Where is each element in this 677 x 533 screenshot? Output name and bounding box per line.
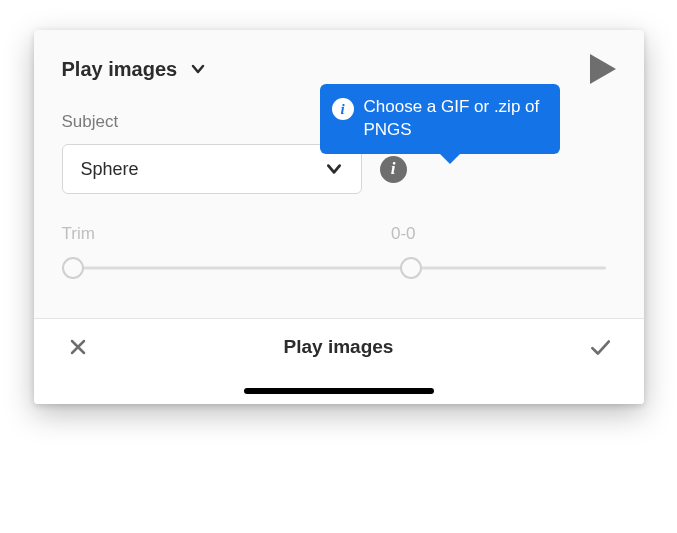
trim-label: Trim xyxy=(62,224,95,244)
panel-title: Play images xyxy=(62,58,178,81)
play-button[interactable] xyxy=(590,54,616,84)
footer-title: Play images xyxy=(284,336,394,358)
trim-range-text: 0-0 xyxy=(391,224,416,244)
subject-info-button[interactable]: i xyxy=(380,156,407,183)
chevron-down-icon xyxy=(325,160,343,178)
tooltip-text: Choose a GIF or .zip of PNGS xyxy=(364,96,544,142)
close-icon xyxy=(68,337,88,357)
title-dropdown[interactable]: Play images xyxy=(62,58,206,81)
slider-thumb-max[interactable] xyxy=(400,257,422,279)
home-indicator[interactable] xyxy=(244,388,434,394)
trim-labels-row: Trim 0-0 xyxy=(62,224,616,244)
slider-track xyxy=(72,267,606,270)
cancel-button[interactable] xyxy=(64,333,92,361)
confirm-button[interactable] xyxy=(586,333,614,361)
panel-content: Play images i Choose a GIF or .zip of PN… xyxy=(34,30,644,318)
footer-bar: Play images xyxy=(34,318,644,374)
settings-panel: Play images i Choose a GIF or .zip of PN… xyxy=(34,30,644,404)
header-row: Play images xyxy=(62,54,616,84)
trim-slider[interactable] xyxy=(62,256,616,280)
slider-thumb-min[interactable] xyxy=(62,257,84,279)
checkmark-icon xyxy=(588,335,612,359)
info-tooltip: i Choose a GIF or .zip of PNGS xyxy=(320,84,560,154)
info-icon: i xyxy=(332,98,354,120)
subject-select[interactable]: Sphere xyxy=(62,144,362,194)
chevron-down-icon xyxy=(191,62,205,76)
home-indicator-area xyxy=(34,374,644,404)
subject-value: Sphere xyxy=(81,159,139,180)
